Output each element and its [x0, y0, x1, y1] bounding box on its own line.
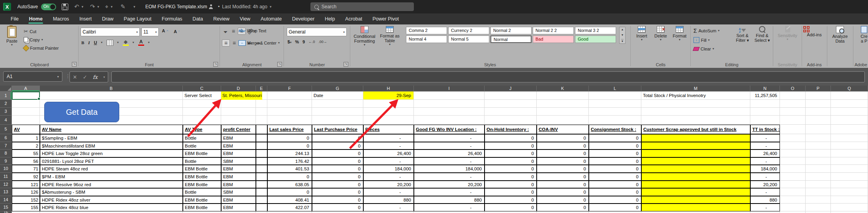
cell-F10[interactable]: 401.53: [267, 165, 312, 173]
cell-E3[interactable]: [256, 108, 267, 116]
row-header-2[interactable]: 2: [0, 100, 12, 108]
cell-A7[interactable]: 2: [12, 142, 40, 149]
cell-L1[interactable]: [589, 92, 641, 100]
cell-M7[interactable]: [641, 142, 750, 149]
cell-C1[interactable]: Server Select: [183, 92, 221, 100]
cell-C5[interactable]: AV Type: [183, 125, 221, 134]
autosave-toggle[interactable]: On: [41, 0, 56, 13]
cell-F12[interactable]: 638.05: [267, 181, 312, 188]
cell-N4[interactable]: [750, 116, 780, 125]
cell-I2[interactable]: [414, 100, 485, 108]
column-header-E[interactable]: E: [256, 86, 267, 92]
select-all-corner[interactable]: [0, 86, 12, 92]
accounting-format-icon[interactable]: $▾: [287, 39, 291, 44]
alignment-dialog-launcher-icon[interactable]: ↘: [277, 62, 282, 67]
cell-H9[interactable]: -: [363, 157, 414, 165]
autosum-button[interactable]: ΣAutoSum▾: [693, 28, 720, 34]
row-header-11[interactable]: 11: [0, 173, 12, 181]
cell-L12[interactable]: 0: [589, 181, 641, 188]
row-header-13[interactable]: 13: [0, 188, 12, 196]
cell-J4[interactable]: [485, 116, 537, 125]
cell-L4[interactable]: [589, 116, 641, 125]
cell-Q8[interactable]: [831, 149, 868, 157]
cell-N12[interactable]: 20,200: [750, 181, 780, 188]
fill-button[interactable]: ↓Fill▾: [693, 37, 710, 43]
cell-A2[interactable]: [12, 100, 40, 108]
cell-P3[interactable]: [806, 108, 831, 116]
menu-tab-automate[interactable]: Automate: [256, 13, 287, 24]
font-color-icon[interactable]: A: [138, 39, 144, 46]
cell-H1[interactable]: 29-Sep: [363, 92, 414, 100]
row-header-3[interactable]: 3: [0, 108, 12, 116]
cell-I5[interactable]: Good FG W/o INV Location :: [414, 125, 485, 134]
cell-N7[interactable]: -: [750, 142, 780, 149]
cell-O16[interactable]: [780, 211, 806, 213]
column-header-P[interactable]: P: [806, 86, 831, 92]
create-pdf-button[interactable]: Cre a P: [856, 26, 868, 43]
cell-I13[interactable]: -: [414, 188, 485, 196]
name-box[interactable]: A1▾: [3, 71, 62, 82]
cell-Q4[interactable]: [831, 116, 868, 125]
cell-F2[interactable]: [267, 100, 312, 108]
cell-Q6[interactable]: [831, 134, 868, 142]
cell-K5[interactable]: COA-INV: [537, 125, 589, 134]
cell-G6[interactable]: 0: [312, 134, 363, 142]
cell-K4[interactable]: [537, 116, 589, 125]
cell-M15[interactable]: [641, 204, 750, 211]
cell-M11[interactable]: [641, 173, 750, 181]
cell-D8[interactable]: EBM: [221, 149, 256, 157]
cell-Q11[interactable]: [831, 173, 868, 181]
row-header-12[interactable]: 12: [0, 181, 12, 188]
cell-G15[interactable]: 0: [312, 204, 363, 211]
cell-K13[interactable]: 0: [537, 188, 589, 196]
percent-style-icon[interactable]: %: [295, 39, 299, 44]
cell-M8[interactable]: [641, 149, 750, 157]
cell-M6[interactable]: [641, 134, 750, 142]
cell-L16[interactable]: [589, 211, 641, 213]
cell-O7[interactable]: [780, 142, 806, 149]
column-header-C[interactable]: C: [183, 86, 221, 92]
cell-F16[interactable]: [267, 211, 312, 213]
cell-H14[interactable]: 880: [363, 196, 414, 204]
cell-B10[interactable]: HDPE Steam 48oz red: [40, 165, 183, 173]
cell-L2[interactable]: [589, 100, 641, 108]
cell-Q9[interactable]: [831, 157, 868, 165]
menu-tab-developer[interactable]: Developer: [287, 13, 319, 24]
cell-Q15[interactable]: [831, 204, 868, 211]
cell-J11[interactable]: 0: [485, 173, 537, 181]
cell-O12[interactable]: [780, 181, 806, 188]
analyze-data-button[interactable]: Analyze Data: [829, 26, 851, 43]
style-chip-normal-5[interactable]: Normal 5: [448, 36, 489, 43]
cell-A16[interactable]: [12, 211, 40, 213]
cell-D5[interactable]: profit Center: [221, 125, 256, 134]
cell-P9[interactable]: [806, 157, 831, 165]
cell-I6[interactable]: -: [414, 134, 485, 142]
cell-E16[interactable]: [256, 211, 267, 213]
cell-F9[interactable]: 176.42: [267, 157, 312, 165]
cell-J12[interactable]: 0: [485, 181, 537, 188]
copy-button[interactable]: Copy▾: [24, 37, 43, 42]
number-format-select[interactable]: General▾: [287, 28, 347, 36]
cell-N15[interactable]: -: [750, 204, 780, 211]
cell-G5[interactable]: Last Purchase Price: [312, 125, 363, 134]
align-left-icon[interactable]: ≡: [222, 39, 230, 47]
row-header-10[interactable]: 10: [0, 165, 12, 173]
cell-E12[interactable]: [256, 181, 267, 188]
cell-P11[interactable]: [806, 173, 831, 181]
column-header-H[interactable]: H: [363, 86, 414, 92]
cell-F8[interactable]: 244.13: [267, 149, 312, 157]
cell-Q1[interactable]: [831, 92, 868, 100]
cell-F11[interactable]: 0: [267, 173, 312, 181]
shrink-font-button[interactable]: Aˇ: [174, 29, 180, 34]
clear-button[interactable]: Clear▾: [693, 47, 714, 51]
style-chip-normal-2-2[interactable]: Normal 2 2: [533, 27, 574, 34]
cell-P2[interactable]: [806, 100, 831, 108]
cell-B11[interactable]: $PM - EBM: [40, 173, 183, 181]
cell-D4[interactable]: [221, 116, 256, 125]
fill-color-icon[interactable]: ◆: [123, 39, 129, 46]
cell-I4[interactable]: [414, 116, 485, 125]
cell-F15[interactable]: 422.07: [267, 204, 312, 211]
style-chip-comma-2[interactable]: Comma 2: [406, 27, 447, 34]
cell-M9[interactable]: [641, 157, 750, 165]
cell-A5[interactable]: AV: [12, 125, 40, 134]
